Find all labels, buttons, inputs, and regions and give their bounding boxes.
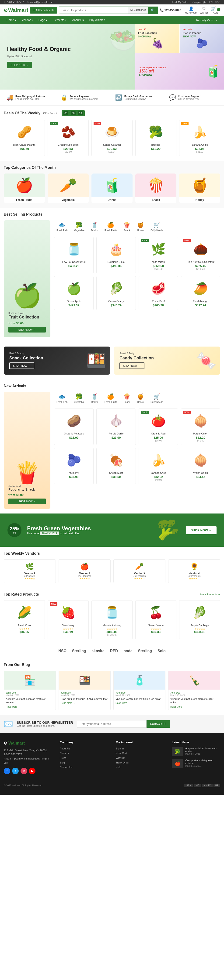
best-product-0[interactable]: 🫙 Low Fat Coconut Oil $453.25 (54, 237, 93, 274)
hero-drink-card[interactable]: 2022's Top Drink Collection 15% off SHOP… (135, 53, 224, 89)
brand-solo[interactable]: Solo (158, 649, 166, 653)
deal-product-4[interactable]: HOT 🍌 Banana Chips $32.06 $41.00 (179, 120, 220, 156)
brand-aknsite[interactable]: aknsite (91, 649, 104, 653)
arr-mini-cat-fruits[interactable]: 🍊 Fresh Fruits (102, 392, 119, 405)
top-bar-compare[interactable]: Compare (0) (192, 1, 205, 3)
arr-product-2[interactable]: SALE 🍅 Organic Red $25.00 $35.00 (139, 409, 178, 445)
best-product-5[interactable]: 🥬 Crown Celery $344.29 (96, 276, 136, 310)
arr-product-3[interactable]: NEW 🧅 Purple Onion $32.20 $41.00 (181, 409, 220, 445)
best-product-2[interactable]: SALE 🌿 Nuth Mison $569.58 $699.00 (139, 237, 178, 274)
cat-veg[interactable]: 🥕 Vegetable (47, 173, 89, 203)
nav-page[interactable]: Page ▾ (36, 16, 50, 24)
search-input[interactable] (59, 7, 128, 14)
nav-vendor[interactable]: Vendor ▾ (19, 16, 35, 24)
best-product-3[interactable]: NEW 🌰 High Nutritious Chestnut $225.45 $… (181, 237, 220, 274)
footer-link-track[interactable]: Track Order (116, 761, 129, 764)
cat-drinks[interactable]: 🧃 Drinks (91, 173, 133, 203)
green-banner-btn[interactable]: SHOP NOW → (186, 526, 216, 534)
blog-post-1[interactable]: 🍱 John Doe March 10, 2021 Cras pretium t… (58, 671, 110, 710)
search-category[interactable]: All Categories (128, 7, 148, 14)
best-product-4[interactable]: 🍏 Green Apple $479.39 (54, 276, 93, 310)
vendor-1[interactable]: 🍎 Vendor 2 26 Products ★★★★☆ (58, 559, 110, 583)
nav-buy[interactable]: Buy Walmart (87, 16, 108, 24)
top-bar-currency[interactable]: USD (215, 1, 220, 3)
wishlist-icon-group[interactable]: ♡ Wishlist (200, 6, 208, 14)
mini-cat-fruits[interactable]: 🍊 Fresh Fruits (102, 220, 119, 233)
top-bar-track[interactable]: Track My Order (172, 1, 188, 3)
vendor-0[interactable]: 🌿 Vendor 1 3 Products ★★★★☆ (4, 559, 56, 583)
top-rated-more[interactable]: More Products → (200, 593, 220, 596)
deal-product-0[interactable]: 🥜 High-Grade Peanut $65.70 (4, 120, 45, 156)
hero-shop-btn[interactable]: SHOP NOW → (7, 62, 32, 68)
rated-3[interactable]: 🍒 Sweet Jujube ★★★★☆ $37.33 (135, 600, 177, 639)
departments-button[interactable]: ☰ All Departments (30, 7, 57, 14)
vendor-3[interactable]: 🌻 Vendor 4 32 Products ★★★★☆ (168, 559, 220, 583)
instagram-icon[interactable]: in (21, 768, 27, 774)
brand-sterling[interactable]: Sterling (72, 649, 86, 653)
brand-red[interactable]: RED (110, 649, 118, 653)
footer-link-wishlist[interactable]: Wishlist (116, 756, 125, 759)
deal-product-2[interactable]: NEW 🍮 Salted Caramel $70.52 $91.04 (91, 120, 133, 156)
hero-vitamin-card[interactable]: Best Sale Rich in Vitamin SHOP NOW 🫐 (180, 24, 224, 53)
blog-read-0[interactable]: Read More → (6, 705, 54, 708)
deal-product-3[interactable]: 🥦 Broccoli $63.20 (135, 120, 177, 156)
arr-mini-cat-daily[interactable]: 🛒 Daily Needs (148, 392, 166, 405)
cat-honey[interactable]: 🍯 Honey (179, 173, 220, 203)
footer-link-careers[interactable]: Careers (60, 752, 69, 754)
hero-fruit-card[interactable]: 10% off Fruit Collection SHOP NOW 🍇 (135, 24, 180, 53)
cat-fruits[interactable]: 🍎 Fresh Fruits (4, 173, 45, 203)
nav-home[interactable]: Home ▾ (4, 16, 19, 24)
best-product-6[interactable]: 🥩 Prime Beef $205.28 (139, 276, 178, 310)
arr-mini-cat-fish[interactable]: 🐟 Fresh Fish (54, 392, 70, 405)
blog-read-3[interactable]: Read More → (170, 705, 218, 708)
mini-cat-fish[interactable]: 🐟 Fresh Fish (54, 220, 70, 233)
best-product-7[interactable]: 🥭 Fresh Mango $597.74 (181, 276, 220, 310)
arr-mini-cat-snack[interactable]: 🍿 Snack (121, 392, 133, 405)
blog-post-0[interactable]: 🏪 John Doe March 8, 2021 Aliquam volutpa… (4, 671, 56, 710)
footer-link-press[interactable]: Press (60, 756, 66, 759)
nav-recently[interactable]: Recently Viewed ▾ (193, 16, 220, 24)
brand-nso[interactable]: NSO (58, 649, 66, 653)
best-promo-btn[interactable]: SHOP NOW → (8, 327, 46, 332)
account-icon-group[interactable]: 👤 My Account (185, 6, 197, 14)
footer-link-help[interactable]: Help (116, 766, 121, 768)
mini-cat-daily[interactable]: 🛒 Daily Needs (148, 220, 166, 233)
deal-product-1[interactable]: SALE 🫘 Greenhouse Bean $29.53 $32.00 (47, 120, 89, 156)
brand-sterling2[interactable]: Sterling (138, 649, 152, 653)
footer-link-cart[interactable]: View Cart (116, 752, 127, 754)
rated-2[interactable]: 🫙 Hazelnut Honey ★★★★★ $880.00 $1,200.00 (91, 600, 133, 639)
blog-read-1[interactable]: Read More → (61, 702, 109, 704)
arr-product-6[interactable]: 🍌 Banana Crisp $32.02 $40.00 (139, 448, 178, 484)
mini-cat-drinks[interactable]: 🥤 Drinks (89, 220, 100, 233)
vendor-2[interactable]: 🥕 Vendor 3 76 Products ★★★★☆ (114, 559, 166, 583)
blog-post-2[interactable]: 🧴 John Doe March 12, 2021 Vivamus vestib… (114, 671, 166, 710)
best-product-1[interactable]: 🎂 Delicious Cake $499.36 (96, 237, 136, 274)
newsletter-email-input[interactable] (77, 720, 147, 728)
hero-vitamin-btn[interactable]: SHOP NOW (183, 35, 221, 38)
nav-elements[interactable]: Elements ▾ (50, 16, 69, 24)
footer-link-signin[interactable]: Sign In (116, 747, 124, 750)
rated-0[interactable]: 🌽 Fresh Corn ★★★★★ $36.35 (4, 600, 45, 639)
cat-snack[interactable]: 🍿 Snack (135, 173, 177, 203)
arr-mini-cat-veg[interactable]: 🥦 Vegetable (72, 392, 87, 405)
newsletter-submit-btn[interactable]: SUBSCRIBE (147, 720, 170, 728)
arr-product-5[interactable]: 🍖 Sheep Meat $38.50 (96, 448, 136, 484)
hero-fruit-btn[interactable]: SHOP NOW (138, 35, 177, 38)
rated-4[interactable]: 🥬 Purple Cabbage ★★★★★ $398.08 (179, 600, 220, 639)
promo-snack-btn[interactable]: SHOP NOW → (9, 363, 34, 369)
mini-cat-honey[interactable]: 🍯 Honey (135, 220, 146, 233)
nav-about[interactable]: About Us (69, 16, 86, 24)
mini-cat-veg[interactable]: 🥦 Vegetable (72, 220, 87, 233)
arr-product-1[interactable]: 🧄 Purple Garlic $23.90 (96, 409, 136, 445)
blog-post-3[interactable]: 🍾 John Doe March 15, 2021 Vivamus volutp… (168, 671, 220, 710)
facebook-icon[interactable]: f (4, 768, 10, 774)
rated-1[interactable]: NEW 🍓 Strawberry ★★★★☆ $46.19 (47, 600, 89, 639)
arr-product-7[interactable]: 🧅 Welsh Onion $34.47 (181, 448, 220, 484)
top-bar-lang[interactable]: EN (209, 1, 213, 3)
search-button[interactable]: 🔍 (148, 7, 158, 14)
mini-cat-snack[interactable]: 🍿 Snack (121, 220, 133, 233)
youtube-icon[interactable]: ▶ (29, 768, 35, 774)
footer-link-contact[interactable]: Contact Us (60, 766, 73, 768)
promo-candy-btn[interactable]: SHOP NOW → (120, 363, 144, 369)
footer-link-about[interactable]: About Us (60, 747, 70, 750)
